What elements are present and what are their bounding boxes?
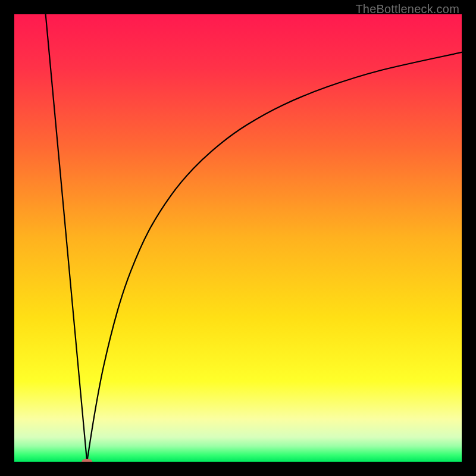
- watermark-text: TheBottleneck.com: [355, 2, 459, 16]
- bottleneck-chart: [14, 14, 462, 462]
- plot-frame: [14, 14, 462, 462]
